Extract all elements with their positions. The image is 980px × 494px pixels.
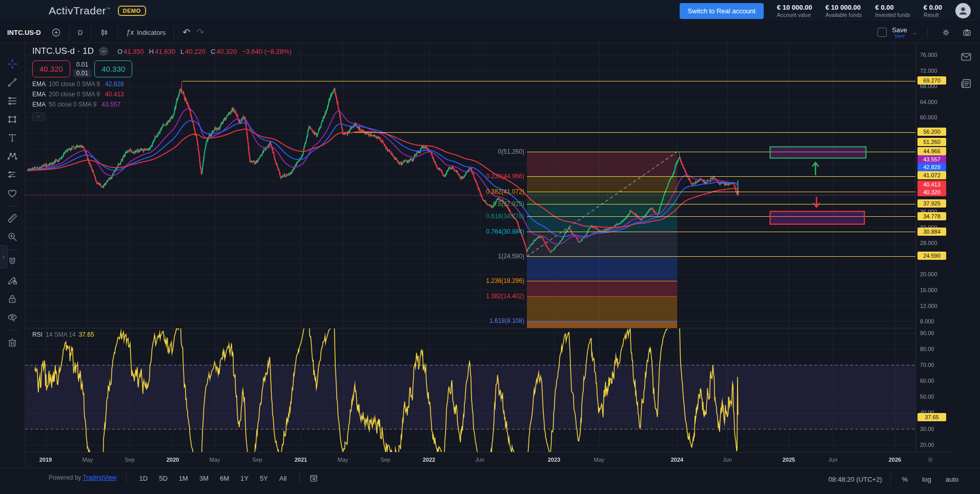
time-label: Sep <box>252 457 262 463</box>
price-axis[interactable]: 76.00072.00068.00064.00060.00036.00032.0… <box>915 43 953 452</box>
price-badge: 69.270 <box>917 76 946 85</box>
text-tool[interactable] <box>4 129 21 147</box>
layout-select-button[interactable] <box>877 28 887 37</box>
panel-expander[interactable]: › <box>0 245 8 269</box>
range-6m-button[interactable]: 6M <box>216 473 233 484</box>
axis-tick: 20.000 <box>920 271 937 277</box>
range-all-button[interactable]: All <box>276 473 290 484</box>
toolbar-separator <box>6 330 19 331</box>
axis-tick: 60.00 <box>920 378 934 384</box>
footer-separator <box>890 474 891 485</box>
range-5d-button[interactable]: 5D <box>155 473 171 484</box>
axis-tick: 60.000 <box>920 114 937 120</box>
axis-tick: 28.000 <box>920 240 937 246</box>
favorites-heart-tool[interactable] <box>4 184 21 202</box>
time-label: 2024 <box>671 457 683 463</box>
person-icon <box>958 6 968 16</box>
rectangle-tool[interactable] <box>4 111 21 128</box>
redo-button[interactable]: ↷ <box>193 25 207 40</box>
forecast-tool[interactable] <box>4 166 21 183</box>
axis-tick: 16.000 <box>920 287 937 293</box>
toolbar-separator <box>927 27 928 38</box>
screenshot-button[interactable] <box>959 26 975 39</box>
price-badge: 34.778 <box>917 212 946 220</box>
time-label: 2019 <box>39 457 52 463</box>
account-stats: € 10 000.00Account value€ 10 000.00Avail… <box>777 4 942 18</box>
hide-all-eye-tool[interactable] <box>4 308 21 326</box>
time-label: Sep <box>380 457 391 463</box>
axis-tick: 70.00 <box>920 362 934 368</box>
footer-separator <box>299 472 300 484</box>
stat-value: € 10 000.00 <box>826 4 862 11</box>
axis-tick: 30.00 <box>920 426 934 432</box>
toolbar-separator <box>117 27 118 38</box>
price-chart-canvas[interactable] <box>25 43 953 467</box>
user-avatar[interactable] <box>955 3 971 18</box>
axis-tick: 20.00 <box>920 442 934 448</box>
symbol-label[interactable]: INTC.US-D <box>7 29 41 36</box>
chart-toolbar: INTC.US-D D ƒx Indicators ↶ ↷ Save Save … <box>0 22 980 43</box>
price-badge: 40.413 <box>917 180 946 189</box>
range-1m-button[interactable]: 1M <box>175 473 192 484</box>
range-5y-button[interactable]: 5Y <box>256 473 272 484</box>
app-logo: ActivTrader™ <box>49 5 111 17</box>
go-to-date-icon[interactable] <box>309 474 318 484</box>
toolbar-separator <box>91 27 91 38</box>
time-label: May <box>594 457 605 463</box>
chevron-up-icon <box>36 115 41 119</box>
mail-icon[interactable] <box>959 50 973 66</box>
sell-price-button[interactable]: 40.320 <box>32 60 70 77</box>
time-label: May <box>83 457 93 463</box>
news-icon[interactable] <box>959 77 973 92</box>
time-axis-gear-icon[interactable] <box>926 456 934 466</box>
drawing-pencil-lock-tool[interactable] <box>4 272 21 289</box>
stat-value: € 0.00 <box>924 4 942 11</box>
interval-button[interactable]: D <box>75 27 86 38</box>
log-scale-button[interactable]: log <box>919 475 934 484</box>
range-1y-button[interactable]: 1Y <box>237 473 252 484</box>
xabcd-pattern-tool[interactable] <box>4 148 21 165</box>
chart-settings-button[interactable] <box>938 26 954 39</box>
range-1d-button[interactable]: 1D <box>136 473 152 484</box>
lock-all-tool[interactable] <box>4 290 21 307</box>
undo-button[interactable]: ↶ <box>179 25 193 40</box>
price-badge: 51.260 <box>917 138 946 146</box>
spread-values: 0.01 0.01 <box>73 61 91 77</box>
crosshair-tool[interactable] <box>4 55 21 73</box>
price-badge: 24.590 <box>917 252 946 260</box>
account-stat: € 0.00Invested funds <box>875 4 910 18</box>
range-3m-button[interactable]: 3M <box>196 473 212 484</box>
session-clock[interactable]: 08:48:20 (UTC+2) <box>828 476 882 483</box>
account-stat: € 10 000.00Available funds <box>826 4 862 18</box>
percent-scale-button[interactable]: % <box>899 475 911 484</box>
range-buttons: 1D5D1M3M6M1Y5YAll <box>136 473 291 484</box>
trash-tool[interactable] <box>4 334 21 351</box>
footer-separator <box>126 472 127 484</box>
buy-price-button[interactable]: 40.330 <box>94 60 132 77</box>
account-stat: € 0.00Result <box>924 4 942 18</box>
time-axis[interactable]: 2019MaySep2020MaySep2021MaySep2022Jun202… <box>25 452 953 468</box>
footer-bar: Powered by TradingView 1D5D1M3M6M1Y5YAll… <box>0 467 980 494</box>
save-button[interactable]: Save Save <box>892 27 907 38</box>
auto-scale-button[interactable]: auto <box>943 475 962 484</box>
toolbar-separator <box>174 27 174 38</box>
indicators-button[interactable]: ƒx Indicators <box>123 26 169 38</box>
switch-to-real-account-button[interactable]: Switch to Real account <box>680 3 764 19</box>
axis-tick: 8.000 <box>920 318 934 324</box>
compare-add-button[interactable] <box>48 26 64 39</box>
ruler-tool[interactable] <box>4 210 21 227</box>
chevron-down-icon[interactable]: ⌄ <box>912 29 917 36</box>
chart-area: INTC.US-d · 1D − O41.350H41.630L40.220C4… <box>25 43 952 467</box>
price-badge: 41.072 <box>917 171 946 179</box>
zoom-in-tool[interactable] <box>4 228 21 245</box>
trend-line-tool[interactable] <box>4 74 21 91</box>
camera-icon <box>962 28 972 37</box>
chart-style-button[interactable] <box>96 26 112 39</box>
legend-collapse-button[interactable] <box>32 112 45 121</box>
tradingview-link[interactable]: TradingView <box>83 474 117 481</box>
fib-retracement-tool[interactable] <box>4 92 21 110</box>
demo-badge: DEMO <box>118 6 146 16</box>
axis-tick: 72.000 <box>920 68 937 74</box>
time-label: 2026 <box>889 457 901 463</box>
axis-tick: 80.00 <box>920 346 934 352</box>
